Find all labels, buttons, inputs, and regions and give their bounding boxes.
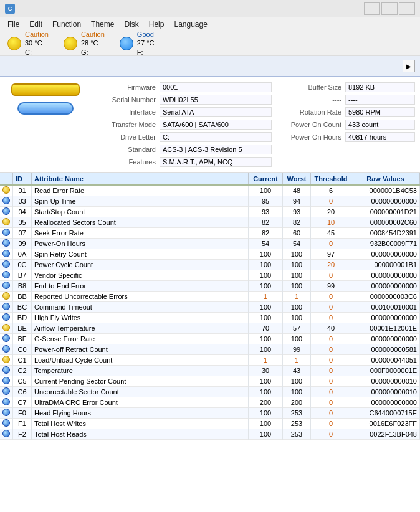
details-section: Firmware 0001 Serial Number WDH02L55 Int… <box>91 81 415 168</box>
table-row[interactable]: 03 Spin-Up Time 95 94 0 000000000000 <box>0 196 420 207</box>
row-raw-11: 000100010001 <box>351 302 420 313</box>
table-row[interactable]: BD High Fly Writes 100 100 0 00000000000… <box>0 313 420 323</box>
drive-dot-1 <box>64 37 77 50</box>
menu-item-help[interactable]: Help <box>144 19 169 30</box>
table-row[interactable]: F1 Total Host Writes 100 253 0 0016E6F02… <box>0 419 420 429</box>
table-row[interactable]: C2 Temperature 30 43 0 000F0000001E <box>0 366 420 376</box>
menu-item-edit[interactable]: Edit <box>24 19 47 30</box>
row-id-13: BE <box>13 323 32 334</box>
row-raw-19: 000000000010 <box>351 387 420 397</box>
row-current-12: 100 <box>249 313 283 323</box>
row-current-8: 100 <box>249 270 283 281</box>
row-threshold-10: 0 <box>311 292 351 302</box>
drive-temp-2: 27 °C <box>137 39 155 47</box>
table-row[interactable]: C0 Power-off Retract Count 100 99 0 0000… <box>0 344 420 355</box>
table-row[interactable]: 0C Power Cycle Count 100 100 20 00000000… <box>0 260 420 270</box>
minimize-button[interactable] <box>364 2 380 15</box>
row-id-12: BD <box>13 313 32 323</box>
drive-info-1: Caution 28 °C G: <box>81 30 105 57</box>
row-current-21: 100 <box>249 408 283 419</box>
detail-row-left-0: Firmware 0001 <box>91 81 272 93</box>
table-row[interactable]: 07 Seek Error Rate 82 60 45 0008454D2391 <box>0 228 420 239</box>
row-worst-15: 99 <box>283 344 311 355</box>
table-row[interactable]: 09 Power-On Hours 54 54 0 932B00009F71 <box>0 239 420 249</box>
row-dot-13 <box>0 323 13 334</box>
row-current-7: 100 <box>249 260 283 270</box>
row-worst-7: 100 <box>283 260 311 270</box>
col-raw: Raw Values <box>351 173 420 185</box>
table-row[interactable]: C7 UltraDMA CRC Error Count 200 200 0 00… <box>0 397 420 408</box>
row-id-16: C1 <box>13 355 32 366</box>
detail-row-right-1: ---- ---- <box>277 93 415 106</box>
status-dot-8 <box>2 271 10 278</box>
row-worst-0: 48 <box>283 185 311 196</box>
detail-row-left-5: Standard ACS-3 | ACS-3 Revision 5 <box>91 143 272 156</box>
row-threshold-1: 0 <box>311 196 351 207</box>
nav-next-button[interactable]: ▶ <box>403 60 415 72</box>
table-row[interactable]: F2 Total Host Reads 100 253 0 0022F13BF0… <box>0 429 420 440</box>
row-current-17: 30 <box>249 366 283 376</box>
row-id-7: 0C <box>13 260 32 270</box>
drive-info-0: Caution 30 °C C: <box>25 30 49 57</box>
status-dot-7 <box>2 260 10 268</box>
row-raw-8: 000000000000 <box>351 270 420 281</box>
table-row[interactable]: B7 Vendor Specific 100 100 0 00000000000… <box>0 270 420 281</box>
row-threshold-18: 0 <box>311 376 351 387</box>
row-dot-19 <box>0 387 13 397</box>
temp-badge <box>17 102 74 115</box>
table-row[interactable]: BE Airflow Temperature 70 57 40 00001E12… <box>0 323 420 334</box>
menu-item-theme[interactable]: Theme <box>86 19 119 30</box>
row-worst-1: 94 <box>283 196 311 207</box>
row-threshold-7: 20 <box>311 260 351 270</box>
table-row[interactable]: C1 Load/Unload Cycle Count 1 1 0 0000000… <box>0 355 420 366</box>
row-id-15: C0 <box>13 344 32 355</box>
detail-row-right-2: Rotation Rate 5980 RPM <box>277 106 415 118</box>
row-name-3: Reallocated Sectors Count <box>32 217 249 228</box>
detail-value-right-0: 8192 KB <box>345 82 415 92</box>
table-row[interactable]: C6 Uncorrectable Sector Count 100 100 0 … <box>0 387 420 397</box>
row-name-1: Spin-Up Time <box>32 196 249 207</box>
table-row[interactable]: C5 Current Pending Sector Count 100 100 … <box>0 376 420 387</box>
row-name-20: UltraDMA CRC Error Count <box>32 397 249 408</box>
menu-item-language[interactable]: Language <box>169 19 212 30</box>
table-row[interactable]: BF G-Sense Error Rate 100 100 0 00000000… <box>0 334 420 344</box>
row-name-17: Temperature <box>32 366 249 376</box>
row-name-10: Reported Uncorrectable Errors <box>32 292 249 302</box>
row-name-7: Power Cycle Count <box>32 260 249 270</box>
row-id-19: C6 <box>13 387 32 397</box>
row-raw-17: 000F0000001E <box>351 366 420 376</box>
menu-item-function[interactable]: Function <box>47 19 86 30</box>
table-row[interactable]: 05 Reallocated Sectors Count 82 82 10 00… <box>0 217 420 228</box>
detail-key-right-4: Power On Hours <box>277 133 345 141</box>
table-row[interactable]: B8 End-to-End Error 100 100 99 000000000… <box>0 281 420 292</box>
table-row[interactable]: BC Command Timeout 100 100 0 00010001000… <box>0 302 420 313</box>
table-row[interactable]: 0A Spin Retry Count 100 100 97 000000000… <box>0 249 420 260</box>
row-dot-12 <box>0 313 13 323</box>
status-dot-2 <box>2 207 10 215</box>
table-row[interactable]: 04 Start/Stop Count 93 93 20 000000001D2… <box>0 207 420 217</box>
status-dot-19 <box>2 387 10 395</box>
smart-table-wrapper: ID Attribute Name Current Worst Threshol… <box>0 173 420 512</box>
detail-key-left-6: Features <box>91 158 160 166</box>
drive-status-2[interactable]: Good 27 °C F: <box>120 30 155 57</box>
menu-item-file[interactable]: File <box>2 19 24 30</box>
drive-status-1[interactable]: Caution 28 °C G: <box>64 30 105 57</box>
col-worst: Worst <box>283 173 311 185</box>
drive-status-0[interactable]: Caution 30 °C C: <box>7 30 49 57</box>
row-id-20: C7 <box>13 397 32 408</box>
status-dot-14 <box>2 334 10 342</box>
maximize-button[interactable] <box>381 2 398 15</box>
row-worst-21: 253 <box>283 408 311 419</box>
row-raw-16: 000000044051 <box>351 355 420 366</box>
menu-item-disk[interactable]: Disk <box>119 19 143 30</box>
table-row[interactable]: F0 Head Flying Hours 100 253 0 C64400007… <box>0 408 420 419</box>
close-button[interactable] <box>399 2 415 15</box>
col-current: Current <box>249 173 283 185</box>
drive-status-label-1: Caution <box>81 30 105 39</box>
table-row[interactable]: BB Reported Uncorrectable Errors 1 1 0 0… <box>0 292 420 302</box>
row-worst-10: 1 <box>283 292 311 302</box>
row-threshold-3: 10 <box>311 217 351 228</box>
table-row[interactable]: 01 Read Error Rate 100 48 6 0000001B4C53 <box>0 185 420 196</box>
row-name-23: Total Host Reads <box>32 429 249 440</box>
drive-status-label-2: Good <box>137 30 155 39</box>
